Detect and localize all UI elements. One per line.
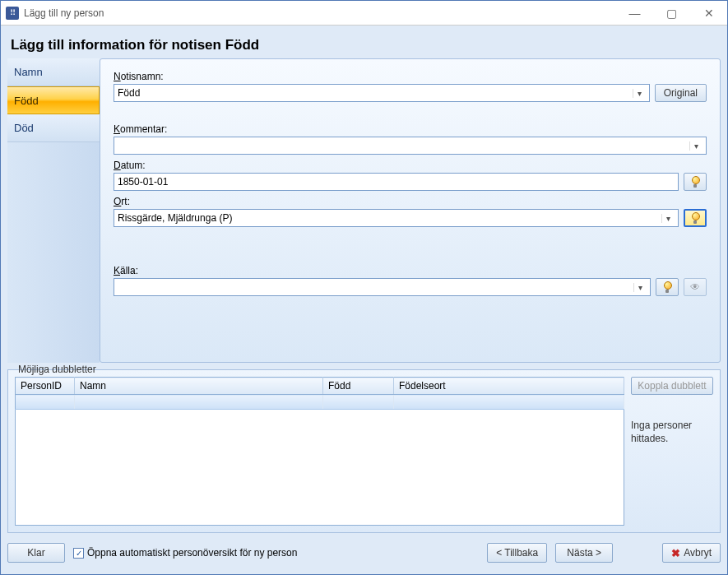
bulb-icon [663,281,671,293]
kalla-label: Källa: [114,265,707,276]
kalla-combo[interactable]: ▾ [114,278,651,296]
col-namn[interactable]: Namn [75,378,323,395]
cancel-label: Avbryt [684,547,712,559]
tab-namn[interactable]: Namn [7,58,100,86]
datum-input[interactable] [114,173,679,191]
duplicates-empty-area [15,410,624,526]
tab-fodd[interactable]: Född [7,86,100,114]
tab-content: Notisnamn: Född ▾ Original Kommentar: ▾ [100,58,721,363]
app-icon: ⠿ [6,7,19,20]
kommentar-combo[interactable]: ▾ [114,137,707,155]
chevron-down-icon: ▾ [689,141,702,151]
ort-value: Rissgärde, Mjäldrunga (P) [118,212,232,224]
notisnamn-combo[interactable]: Född ▾ [114,84,650,102]
duplicates-legend: Möjliga dubbletter [15,364,100,375]
tab-namn-label: Namn [14,66,43,78]
col-personid[interactable]: PersonID [16,378,75,395]
duplicates-fieldset: Möjliga dubbletter PersonID Namn Född Fö… [7,369,721,533]
next-button[interactable]: Nästa > [555,543,613,563]
close-button[interactable]: ✕ [690,1,727,25]
ort-combo[interactable]: Rissgärde, Mjäldrunga (P) ▾ [114,209,679,227]
titlebar: ⠿ Lägg till ny person — ▢ ✕ [1,1,727,26]
notisnamn-value: Född [118,87,140,99]
table-row[interactable] [16,395,624,410]
duplicates-table: PersonID Namn Född Födelseort [15,377,624,410]
checkbox-icon: ✓ [73,548,84,559]
chevron-down-icon: ▾ [633,89,646,98]
page-heading: Lägg till information för notisen Född [1,26,727,62]
tab-fodd-label: Född [14,95,39,107]
window-title: Lägg till ny person [24,7,616,19]
col-fodd[interactable]: Född [323,378,394,395]
kommentar-label: Kommentar: [114,123,707,135]
footer: Klar ✓ Öppna automatiskt personöversikt … [7,540,721,566]
datum-hint-button[interactable] [684,173,707,191]
duplicates-message: Inga personer hittades. [631,420,713,445]
klar-button[interactable]: Klar [7,543,65,563]
kalla-hint-button[interactable] [656,278,679,296]
minimize-button[interactable]: — [616,1,653,25]
kalla-search-button[interactable]: 👁 [684,278,707,296]
auto-open-label: Öppna automatiskt personöversikt för ny … [87,547,297,559]
ort-hint-button[interactable] [684,209,707,227]
chevron-down-icon: ▾ [661,214,675,223]
original-button[interactable]: Original [655,84,707,102]
tab-dod[interactable]: Död [7,114,100,142]
binoculars-icon: 👁 [690,281,700,293]
back-button[interactable]: < Tillbaka [487,543,547,563]
chevron-down-icon: ▾ [633,283,647,292]
datum-label: Datum: [114,160,707,171]
ort-label: Ort: [114,196,707,207]
bulb-icon [691,176,699,188]
bulb-icon [691,212,699,224]
tab-strip: Namn Född Död [7,58,100,363]
col-fodelseort[interactable]: Födelseort [394,378,624,395]
auto-open-checkbox-wrap[interactable]: ✓ Öppna automatiskt personöversikt för n… [73,547,297,559]
cancel-button[interactable]: ✖Avbryt [662,543,721,563]
cancel-x-icon: ✖ [671,547,680,559]
koppla-dubblett-button[interactable]: Koppla dubblett [631,377,713,395]
maximize-button[interactable]: ▢ [653,1,690,25]
tab-dod-label: Död [14,122,34,134]
notisnamn-label: Notisnamn: [114,71,707,82]
